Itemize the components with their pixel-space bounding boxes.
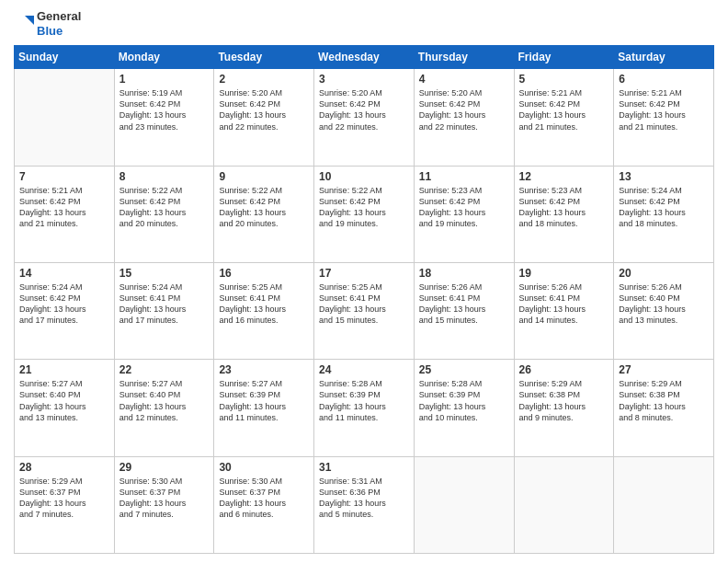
day-number: 23 (219, 363, 309, 376)
day-header-sunday: Sunday (15, 46, 115, 69)
day-number: 5 (519, 73, 609, 86)
day-info: Sunrise: 5:29 AM Sunset: 6:37 PM Dayligh… (19, 476, 109, 521)
calendar-cell: 25Sunrise: 5:28 AM Sunset: 6:39 PM Dayli… (414, 360, 514, 456)
calendar-week-3: 14Sunrise: 5:24 AM Sunset: 6:42 PM Dayli… (15, 262, 714, 359)
day-info: Sunrise: 5:19 AM Sunset: 6:42 PM Dayligh… (119, 87, 210, 132)
day-number: 19 (519, 267, 609, 280)
day-number: 15 (119, 267, 210, 280)
calendar-cell (15, 69, 115, 166)
day-number: 7 (19, 170, 109, 183)
day-number: 28 (19, 461, 109, 474)
day-number: 21 (19, 363, 109, 376)
day-number: 17 (319, 267, 409, 280)
day-number: 22 (119, 363, 210, 376)
day-number: 26 (519, 363, 609, 376)
day-info: Sunrise: 5:28 AM Sunset: 6:39 PM Dayligh… (319, 378, 409, 423)
calendar-week-4: 21Sunrise: 5:27 AM Sunset: 6:40 PM Dayli… (15, 360, 714, 456)
calendar-cell: 30Sunrise: 5:30 AM Sunset: 6:37 PM Dayli… (214, 456, 314, 553)
day-info: Sunrise: 5:21 AM Sunset: 6:42 PM Dayligh… (519, 87, 609, 132)
day-number: 9 (219, 170, 309, 183)
calendar-cell: 15Sunrise: 5:24 AM Sunset: 6:41 PM Dayli… (114, 262, 214, 359)
calendar-cell: 13Sunrise: 5:24 AM Sunset: 6:42 PM Dayli… (614, 166, 714, 262)
day-info: Sunrise: 5:23 AM Sunset: 6:42 PM Dayligh… (519, 185, 609, 230)
day-info: Sunrise: 5:27 AM Sunset: 6:40 PM Dayligh… (19, 378, 109, 423)
day-info: Sunrise: 5:22 AM Sunset: 6:42 PM Dayligh… (119, 185, 210, 230)
day-number: 24 (319, 363, 409, 376)
day-info: Sunrise: 5:24 AM Sunset: 6:42 PM Dayligh… (619, 185, 709, 230)
day-number: 13 (619, 170, 709, 183)
day-number: 1 (119, 73, 210, 86)
day-number: 18 (419, 267, 509, 280)
day-number: 3 (319, 73, 409, 86)
day-info: Sunrise: 5:26 AM Sunset: 6:40 PM Dayligh… (619, 282, 709, 327)
svg-marker-0 (25, 16, 34, 25)
calendar-week-5: 28Sunrise: 5:29 AM Sunset: 6:37 PM Dayli… (15, 456, 714, 553)
calendar-cell: 1Sunrise: 5:19 AM Sunset: 6:42 PM Daylig… (114, 69, 214, 166)
calendar-cell: 5Sunrise: 5:21 AM Sunset: 6:42 PM Daylig… (514, 69, 614, 166)
calendar-cell: 18Sunrise: 5:26 AM Sunset: 6:41 PM Dayli… (414, 262, 514, 359)
calendar-cell: 24Sunrise: 5:28 AM Sunset: 6:39 PM Dayli… (314, 360, 415, 456)
calendar-cell: 21Sunrise: 5:27 AM Sunset: 6:40 PM Dayli… (15, 360, 115, 456)
calendar-cell: 22Sunrise: 5:27 AM Sunset: 6:40 PM Dayli… (114, 360, 214, 456)
day-info: Sunrise: 5:26 AM Sunset: 6:41 PM Dayligh… (519, 282, 609, 327)
day-number: 31 (319, 461, 409, 474)
day-header-thursday: Thursday (414, 46, 514, 69)
calendar-cell: 3Sunrise: 5:20 AM Sunset: 6:42 PM Daylig… (314, 69, 415, 166)
calendar-table: SundayMondayTuesdayWednesdayThursdayFrid… (14, 45, 714, 554)
calendar-cell: 17Sunrise: 5:25 AM Sunset: 6:41 PM Dayli… (314, 262, 415, 359)
calendar-cell: 4Sunrise: 5:20 AM Sunset: 6:42 PM Daylig… (414, 69, 514, 166)
calendar-cell: 31Sunrise: 5:31 AM Sunset: 6:36 PM Dayli… (314, 456, 415, 553)
day-info: Sunrise: 5:27 AM Sunset: 6:39 PM Dayligh… (219, 378, 309, 423)
day-number: 2 (219, 73, 309, 86)
day-info: Sunrise: 5:29 AM Sunset: 6:38 PM Dayligh… (519, 378, 609, 423)
day-number: 10 (319, 170, 409, 183)
day-info: Sunrise: 5:31 AM Sunset: 6:36 PM Dayligh… (319, 476, 409, 521)
day-info: Sunrise: 5:27 AM Sunset: 6:40 PM Dayligh… (119, 378, 210, 423)
day-number: 27 (619, 363, 709, 376)
calendar-week-1: 1Sunrise: 5:19 AM Sunset: 6:42 PM Daylig… (15, 69, 714, 166)
day-info: Sunrise: 5:26 AM Sunset: 6:41 PM Dayligh… (419, 282, 509, 327)
day-number: 8 (119, 170, 210, 183)
logo-svg (14, 14, 34, 34)
logo-general-text: General (37, 9, 81, 24)
day-header-friday: Friday (514, 46, 614, 69)
calendar-cell: 16Sunrise: 5:25 AM Sunset: 6:41 PM Dayli… (214, 262, 314, 359)
day-number: 29 (119, 461, 210, 474)
day-header-saturday: Saturday (614, 46, 714, 69)
calendar-cell: 8Sunrise: 5:22 AM Sunset: 6:42 PM Daylig… (114, 166, 214, 262)
day-info: Sunrise: 5:20 AM Sunset: 6:42 PM Dayligh… (419, 87, 509, 132)
calendar-cell: 28Sunrise: 5:29 AM Sunset: 6:37 PM Dayli… (15, 456, 115, 553)
day-info: Sunrise: 5:25 AM Sunset: 6:41 PM Dayligh… (319, 282, 409, 327)
calendar-cell: 29Sunrise: 5:30 AM Sunset: 6:37 PM Dayli… (114, 456, 214, 553)
calendar-week-2: 7Sunrise: 5:21 AM Sunset: 6:42 PM Daylig… (15, 166, 714, 262)
day-number: 11 (419, 170, 509, 183)
day-info: Sunrise: 5:25 AM Sunset: 6:41 PM Dayligh… (219, 282, 309, 327)
calendar-cell: 23Sunrise: 5:27 AM Sunset: 6:39 PM Dayli… (214, 360, 314, 456)
calendar-header-row: SundayMondayTuesdayWednesdayThursdayFrid… (15, 46, 714, 69)
day-number: 12 (519, 170, 609, 183)
page-header: General Blue (14, 9, 714, 38)
calendar-cell: 2Sunrise: 5:20 AM Sunset: 6:42 PM Daylig… (214, 69, 314, 166)
calendar-cell (514, 456, 614, 553)
day-number: 20 (619, 267, 709, 280)
day-info: Sunrise: 5:29 AM Sunset: 6:38 PM Dayligh… (619, 378, 709, 423)
calendar-cell: 27Sunrise: 5:29 AM Sunset: 6:38 PM Dayli… (614, 360, 714, 456)
day-header-monday: Monday (114, 46, 214, 69)
calendar-cell: 6Sunrise: 5:21 AM Sunset: 6:42 PM Daylig… (614, 69, 714, 166)
day-info: Sunrise: 5:28 AM Sunset: 6:39 PM Dayligh… (419, 378, 509, 423)
calendar-cell: 20Sunrise: 5:26 AM Sunset: 6:40 PM Dayli… (614, 262, 714, 359)
calendar-cell: 9Sunrise: 5:22 AM Sunset: 6:42 PM Daylig… (214, 166, 314, 262)
day-info: Sunrise: 5:24 AM Sunset: 6:42 PM Dayligh… (19, 282, 109, 327)
calendar-cell: 11Sunrise: 5:23 AM Sunset: 6:42 PM Dayli… (414, 166, 514, 262)
day-number: 6 (619, 73, 709, 86)
calendar-cell: 7Sunrise: 5:21 AM Sunset: 6:42 PM Daylig… (15, 166, 115, 262)
day-info: Sunrise: 5:22 AM Sunset: 6:42 PM Dayligh… (219, 185, 309, 230)
day-info: Sunrise: 5:20 AM Sunset: 6:42 PM Dayligh… (319, 87, 409, 132)
calendar-cell: 12Sunrise: 5:23 AM Sunset: 6:42 PM Dayli… (514, 166, 614, 262)
day-info: Sunrise: 5:23 AM Sunset: 6:42 PM Dayligh… (419, 185, 509, 230)
day-info: Sunrise: 5:30 AM Sunset: 6:37 PM Dayligh… (219, 476, 309, 521)
day-info: Sunrise: 5:20 AM Sunset: 6:42 PM Dayligh… (219, 87, 309, 132)
day-info: Sunrise: 5:30 AM Sunset: 6:37 PM Dayligh… (119, 476, 210, 521)
day-header-tuesday: Tuesday (214, 46, 314, 69)
calendar-cell: 19Sunrise: 5:26 AM Sunset: 6:41 PM Dayli… (514, 262, 614, 359)
